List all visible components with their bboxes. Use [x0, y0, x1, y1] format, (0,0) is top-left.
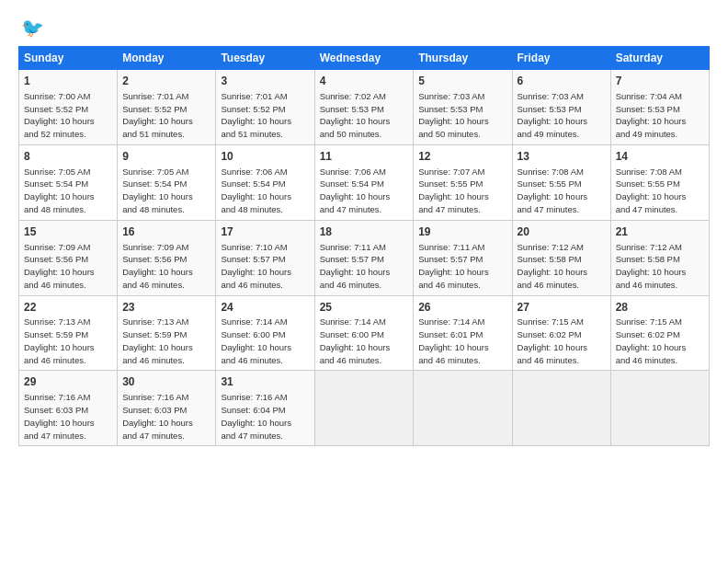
- weekday-thursday: Thursday: [414, 47, 512, 70]
- day-info: Sunrise: 7:09 AM Sunset: 5:56 PM Dayligh…: [24, 241, 112, 292]
- day-info: Sunrise: 7:16 AM Sunset: 6:04 PM Dayligh…: [221, 391, 309, 442]
- day-number: 4: [320, 74, 409, 89]
- day-number: 13: [518, 149, 606, 165]
- day-number: 20: [518, 224, 606, 240]
- calendar-cell: 26Sunrise: 7:14 AM Sunset: 6:01 PM Dayli…: [414, 295, 512, 371]
- calendar-cell: [414, 371, 512, 446]
- calendar-cell: 30Sunrise: 7:16 AM Sunset: 6:03 PM Dayli…: [118, 371, 216, 446]
- calendar-cell: 15Sunrise: 7:09 AM Sunset: 5:56 PM Dayli…: [19, 220, 118, 295]
- calendar-cell: 13Sunrise: 7:08 AM Sunset: 5:55 PM Dayli…: [512, 144, 610, 220]
- calendar-cell: 31Sunrise: 7:16 AM Sunset: 6:04 PM Dayli…: [216, 371, 314, 446]
- calendar-cell: 12Sunrise: 7:07 AM Sunset: 5:55 PM Dayli…: [414, 144, 512, 220]
- day-number: 8: [24, 149, 112, 165]
- day-info: Sunrise: 7:05 AM Sunset: 5:54 PM Dayligh…: [24, 166, 112, 216]
- calendar-cell: 16Sunrise: 7:09 AM Sunset: 5:56 PM Dayli…: [118, 220, 216, 295]
- day-number: 31: [221, 374, 309, 390]
- calendar-cell: 4Sunrise: 7:02 AM Sunset: 5:53 PM Daylig…: [314, 70, 414, 145]
- day-number: 12: [418, 149, 506, 165]
- day-number: 26: [418, 300, 506, 316]
- calendar-cell: 3Sunrise: 7:01 AM Sunset: 5:52 PM Daylig…: [216, 70, 314, 145]
- page: 🐦 SundayMondayTuesdayWednesdayThursdayFr…: [0, 0, 728, 563]
- day-number: 10: [221, 149, 309, 165]
- calendar-cell: 18Sunrise: 7:11 AM Sunset: 5:57 PM Dayli…: [314, 220, 414, 295]
- day-number: 25: [320, 300, 409, 316]
- day-number: 24: [221, 300, 309, 316]
- calendar-cell: [314, 371, 414, 446]
- calendar-cell: 17Sunrise: 7:10 AM Sunset: 5:57 PM Dayli…: [216, 220, 314, 295]
- day-info: Sunrise: 7:02 AM Sunset: 5:53 PM Dayligh…: [320, 90, 409, 141]
- day-info: Sunrise: 7:16 AM Sunset: 6:03 PM Dayligh…: [122, 391, 210, 442]
- week-row-4: 22Sunrise: 7:13 AM Sunset: 5:59 PM Dayli…: [19, 295, 710, 371]
- day-number: 14: [616, 149, 704, 165]
- header: 🐦: [18, 17, 710, 39]
- week-row-5: 29Sunrise: 7:16 AM Sunset: 6:03 PM Dayli…: [19, 371, 710, 446]
- calendar-cell: 11Sunrise: 7:06 AM Sunset: 5:54 PM Dayli…: [314, 144, 414, 220]
- day-number: 19: [418, 224, 506, 240]
- day-info: Sunrise: 7:15 AM Sunset: 6:02 PM Dayligh…: [616, 316, 704, 366]
- calendar-cell: 19Sunrise: 7:11 AM Sunset: 5:57 PM Dayli…: [414, 220, 512, 295]
- calendar-cell: 23Sunrise: 7:13 AM Sunset: 5:59 PM Dayli…: [118, 295, 216, 371]
- day-info: Sunrise: 7:08 AM Sunset: 5:55 PM Dayligh…: [518, 166, 606, 216]
- logo: 🐦: [18, 17, 44, 39]
- calendar-cell: 21Sunrise: 7:12 AM Sunset: 5:58 PM Dayli…: [610, 220, 709, 295]
- day-info: Sunrise: 7:08 AM Sunset: 5:55 PM Dayligh…: [616, 166, 704, 216]
- weekday-sunday: Sunday: [19, 47, 118, 70]
- day-number: 9: [122, 149, 210, 165]
- day-info: Sunrise: 7:10 AM Sunset: 5:57 PM Dayligh…: [221, 241, 309, 292]
- day-info: Sunrise: 7:00 AM Sunset: 5:52 PM Dayligh…: [24, 90, 112, 141]
- day-info: Sunrise: 7:06 AM Sunset: 5:54 PM Dayligh…: [221, 166, 309, 216]
- day-info: Sunrise: 7:13 AM Sunset: 5:59 PM Dayligh…: [24, 316, 112, 366]
- day-number: 23: [122, 300, 210, 316]
- day-info: Sunrise: 7:06 AM Sunset: 5:54 PM Dayligh…: [320, 166, 409, 216]
- calendar-cell: 22Sunrise: 7:13 AM Sunset: 5:59 PM Dayli…: [19, 295, 118, 371]
- calendar-cell: 8Sunrise: 7:05 AM Sunset: 5:54 PM Daylig…: [19, 144, 118, 220]
- day-info: Sunrise: 7:12 AM Sunset: 5:58 PM Dayligh…: [616, 241, 704, 292]
- calendar-cell: 2Sunrise: 7:01 AM Sunset: 5:52 PM Daylig…: [118, 70, 216, 145]
- calendar-cell: 1Sunrise: 7:00 AM Sunset: 5:52 PM Daylig…: [19, 70, 118, 145]
- day-info: Sunrise: 7:14 AM Sunset: 6:01 PM Dayligh…: [418, 316, 506, 366]
- calendar-cell: 29Sunrise: 7:16 AM Sunset: 6:03 PM Dayli…: [19, 371, 118, 446]
- weekday-saturday: Saturday: [610, 47, 709, 70]
- weekday-header-row: SundayMondayTuesdayWednesdayThursdayFrid…: [19, 47, 710, 70]
- calendar-cell: 24Sunrise: 7:14 AM Sunset: 6:00 PM Dayli…: [216, 295, 314, 371]
- day-number: 5: [418, 74, 506, 89]
- day-info: Sunrise: 7:07 AM Sunset: 5:55 PM Dayligh…: [418, 166, 506, 216]
- week-row-3: 15Sunrise: 7:09 AM Sunset: 5:56 PM Dayli…: [19, 220, 710, 295]
- day-info: Sunrise: 7:12 AM Sunset: 5:58 PM Dayligh…: [518, 241, 606, 292]
- day-info: Sunrise: 7:14 AM Sunset: 6:00 PM Dayligh…: [221, 316, 309, 366]
- calendar-cell: 5Sunrise: 7:03 AM Sunset: 5:53 PM Daylig…: [414, 70, 512, 145]
- day-number: 16: [122, 224, 210, 240]
- day-number: 2: [122, 74, 210, 89]
- day-number: 18: [320, 224, 409, 240]
- week-row-1: 1Sunrise: 7:00 AM Sunset: 5:52 PM Daylig…: [19, 70, 710, 145]
- weekday-tuesday: Tuesday: [216, 47, 314, 70]
- calendar-cell: [512, 371, 610, 446]
- calendar-cell: 6Sunrise: 7:03 AM Sunset: 5:53 PM Daylig…: [512, 70, 610, 145]
- day-info: Sunrise: 7:05 AM Sunset: 5:54 PM Dayligh…: [122, 166, 210, 216]
- day-info: Sunrise: 7:04 AM Sunset: 5:53 PM Dayligh…: [616, 90, 704, 141]
- day-number: 11: [320, 149, 409, 165]
- logo-bird-icon: 🐦: [21, 17, 44, 39]
- calendar-cell: 9Sunrise: 7:05 AM Sunset: 5:54 PM Daylig…: [118, 144, 216, 220]
- day-number: 28: [616, 300, 704, 316]
- day-info: Sunrise: 7:03 AM Sunset: 5:53 PM Dayligh…: [418, 90, 506, 141]
- weekday-friday: Friday: [512, 47, 610, 70]
- calendar-cell: 20Sunrise: 7:12 AM Sunset: 5:58 PM Dayli…: [512, 220, 610, 295]
- calendar-cell: [610, 371, 709, 446]
- calendar-cell: 25Sunrise: 7:14 AM Sunset: 6:00 PM Dayli…: [314, 295, 414, 371]
- day-info: Sunrise: 7:11 AM Sunset: 5:57 PM Dayligh…: [418, 241, 506, 292]
- calendar-table: SundayMondayTuesdayWednesdayThursdayFrid…: [18, 46, 710, 446]
- weekday-wednesday: Wednesday: [314, 47, 414, 70]
- day-number: 3: [221, 74, 309, 89]
- day-info: Sunrise: 7:03 AM Sunset: 5:53 PM Dayligh…: [518, 90, 606, 141]
- day-info: Sunrise: 7:15 AM Sunset: 6:02 PM Dayligh…: [518, 316, 606, 366]
- day-info: Sunrise: 7:01 AM Sunset: 5:52 PM Dayligh…: [221, 90, 309, 141]
- calendar-cell: 14Sunrise: 7:08 AM Sunset: 5:55 PM Dayli…: [610, 144, 709, 220]
- day-number: 27: [518, 300, 606, 316]
- calendar-cell: 27Sunrise: 7:15 AM Sunset: 6:02 PM Dayli…: [512, 295, 610, 371]
- day-number: 7: [616, 74, 704, 89]
- weekday-monday: Monday: [118, 47, 216, 70]
- day-info: Sunrise: 7:11 AM Sunset: 5:57 PM Dayligh…: [320, 241, 409, 292]
- day-number: 29: [24, 374, 112, 390]
- week-row-2: 8Sunrise: 7:05 AM Sunset: 5:54 PM Daylig…: [19, 144, 710, 220]
